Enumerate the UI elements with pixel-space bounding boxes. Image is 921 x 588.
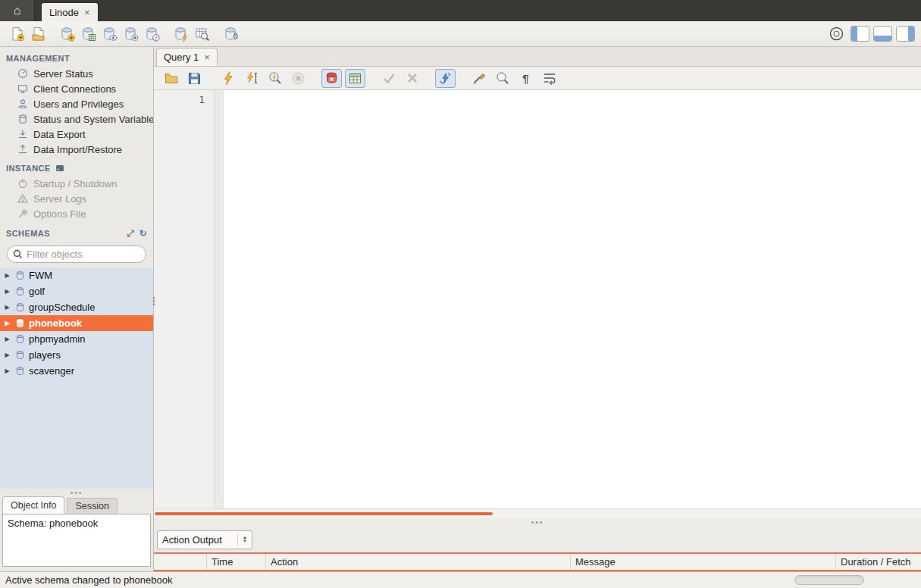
sidebar-item-label: Options File [33, 208, 86, 220]
schema-icon [14, 350, 25, 361]
limit-rows-button[interactable] [345, 69, 365, 88]
find-button[interactable] [492, 69, 512, 88]
schemas-title-label: SCHEMAS [6, 229, 50, 238]
action-output-header: Time Action Message Duration / Fetch [154, 552, 921, 571]
schema-item-phpmyadmin[interactable]: ▶ phpmyadmin [0, 331, 153, 347]
sidebar-bottom-tabs: Object Info Session [0, 496, 153, 514]
create-procedure-button[interactable] [120, 23, 141, 45]
main-toolbar: f [0, 21, 921, 47]
refresh-schemas-icon[interactable]: ↻ [139, 228, 147, 239]
schema-icon [14, 271, 25, 281]
code-input-area[interactable] [224, 90, 921, 508]
limit-rows-icon [348, 71, 362, 86]
schema-filter[interactable] [7, 246, 146, 263]
schema-item-golf[interactable]: ▶ golf [0, 283, 153, 299]
rollback-button[interactable] [402, 69, 422, 88]
toggle-stop-on-error-button[interactable] [321, 69, 342, 88]
tab-session[interactable]: Session [67, 498, 117, 514]
toggle-sidebar-button[interactable] [851, 26, 869, 42]
sidebar-item-client-connections[interactable]: Client Connections [0, 81, 153, 96]
search-table-data-button[interactable] [191, 23, 212, 45]
commit-icon [381, 70, 396, 86]
system-variables-icon [17, 114, 28, 125]
rollback-icon [405, 70, 420, 86]
home-tab[interactable]: ⌂ [0, 0, 35, 21]
sidebar-item-options-file[interactable]: Options File [0, 206, 153, 221]
sidebar-panel-resize-handle[interactable]: ••• [0, 489, 153, 496]
connection-tabstrip: ⌂ Linode × [0, 0, 921, 21]
schemas-section-title: SCHEMAS ⤢ ↻ [0, 221, 153, 242]
open-file-button[interactable] [161, 69, 181, 88]
query-tab-label: Query 1 [164, 52, 199, 63]
instance-icon [55, 164, 64, 173]
scrollbar-thumb[interactable] [155, 512, 493, 515]
schema-item-fwm[interactable]: ▶ FWM [0, 267, 153, 283]
new-query-tab-button[interactable] [6, 23, 27, 45]
schema-item-phonebook[interactable]: ▶ phonebook [0, 315, 153, 331]
create-schema-button[interactable] [56, 23, 77, 45]
schema-item-scavenger[interactable]: ▶ scavenger [0, 363, 153, 379]
create-view-button[interactable] [99, 23, 120, 45]
expand-arrow-icon[interactable]: ▶ [4, 320, 11, 327]
workbench-badge-button[interactable] [825, 23, 847, 45]
server-status-icon [17, 68, 28, 80]
expand-arrow-icon[interactable]: ▶ [4, 288, 11, 295]
reconnect-dbms-button[interactable] [220, 23, 241, 45]
sidebar-item-users-privileges[interactable]: Users and Privileges [0, 96, 153, 111]
close-icon[interactable]: × [204, 52, 210, 63]
sidebar-item-server-logs[interactable]: Server Logs [0, 191, 153, 206]
create-trigger-icon [173, 26, 189, 42]
tab-object-info[interactable]: Object Info [2, 496, 64, 514]
expand-arrow-icon[interactable]: ▶ [4, 272, 11, 279]
output-type-select[interactable]: Action Output ▲▼ [157, 530, 252, 549]
output-column-duration: Duration / Fetch [836, 554, 921, 570]
stop-button[interactable] [288, 69, 309, 88]
instance-title-label: INSTANCE [6, 164, 51, 173]
sidebar-item-startup-shutdown[interactable]: Startup / Shutdown [0, 176, 153, 191]
commit-button[interactable] [378, 69, 399, 88]
expand-arrow-icon[interactable]: ▶ [4, 368, 11, 374]
output-panel-resize-handle[interactable]: ••• [154, 518, 921, 527]
pilcrow-icon: ¶ [522, 72, 528, 85]
schema-item-players[interactable]: ▶ players [0, 347, 153, 363]
sidebar-item-data-import[interactable]: Data Import/Restore [0, 142, 153, 157]
tab-object-info-label: Object Info [11, 500, 56, 511]
sidebar-item-status-system-variables[interactable]: Status and System Variables [0, 111, 153, 127]
save-button[interactable] [184, 69, 205, 88]
show-invisibles-button[interactable]: ¶ [515, 69, 536, 88]
toggle-autocommit-button[interactable] [435, 69, 456, 88]
output-column-message: Message [571, 554, 836, 570]
connection-tab-linode[interactable]: Linode × [41, 2, 99, 21]
expand-arrow-icon[interactable]: ▶ [4, 304, 11, 311]
open-sql-script-button[interactable] [27, 23, 49, 45]
schema-list: ▶ FWM ▶ golf ▶ groupSchedule ▶ p [0, 267, 153, 489]
workbench-badge-icon [829, 27, 844, 41]
sidebar-item-data-export[interactable]: Data Export [0, 127, 153, 142]
schema-filter-input[interactable] [27, 249, 140, 260]
query-tab-1[interactable]: Query 1 × [156, 48, 218, 66]
create-view-icon [102, 26, 117, 42]
expand-arrow-icon[interactable]: ▶ [4, 336, 11, 342]
power-icon [17, 178, 28, 189]
schema-name: groupSchedule [29, 302, 95, 313]
beautify-button[interactable] [468, 69, 489, 88]
schema-item-groupschedule[interactable]: ▶ groupSchedule [0, 299, 153, 315]
create-function-button[interactable]: f [141, 23, 162, 45]
execute-button[interactable] [218, 69, 238, 88]
expand-arrow-icon[interactable]: ▶ [4, 352, 11, 358]
close-icon[interactable]: × [84, 7, 90, 18]
new-query-tab-icon [9, 26, 25, 42]
toggle-output-area-button[interactable] [873, 26, 892, 42]
expand-schemas-icon[interactable]: ⤢ [127, 228, 135, 239]
output-column-action: Action [266, 554, 571, 570]
create-trigger-button[interactable] [170, 23, 191, 45]
create-table-button[interactable] [77, 23, 99, 45]
explain-button[interactable] [265, 69, 285, 88]
wrap-text-button[interactable] [539, 69, 559, 88]
sidebar-resize-handle[interactable]: ••• [151, 297, 157, 306]
sidebar-item-server-status[interactable]: Server Status [0, 66, 153, 81]
execute-current-statement-button[interactable] [241, 69, 262, 88]
toggle-secondary-sidebar-button[interactable] [896, 26, 915, 42]
create-procedure-icon [123, 26, 139, 42]
editor-horizontal-scrollbar[interactable] [154, 508, 921, 518]
